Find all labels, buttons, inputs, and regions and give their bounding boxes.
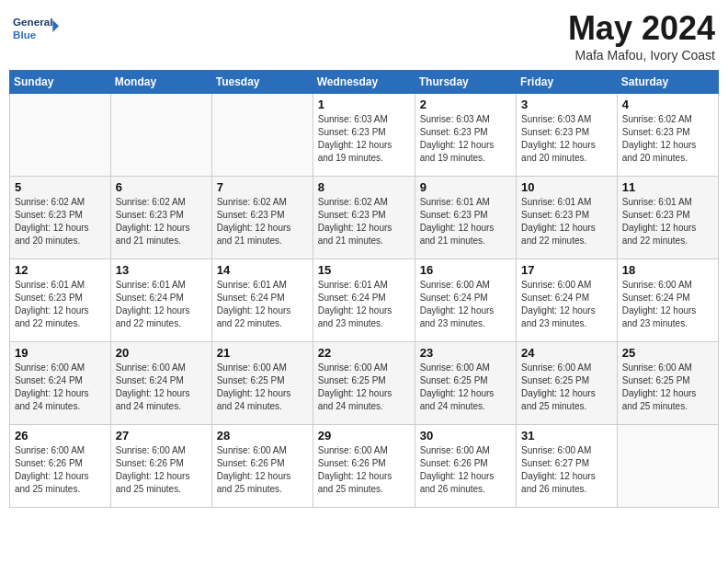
svg-marker-2 [52,20,59,32]
day-number: 13 [116,263,207,277]
calendar-cell: 29Sunrise: 6:00 AM Sunset: 6:26 PM Dayli… [313,425,415,508]
weekday-header: Wednesday [313,71,415,94]
calendar-cell: 11Sunrise: 6:01 AM Sunset: 6:23 PM Dayli… [617,177,718,259]
day-info: Sunrise: 6:00 AM Sunset: 6:24 PM Dayligh… [116,362,207,413]
page-header: General Blue May 2024 Mafa Mafou, Ivory … [9,9,719,63]
day-info: Sunrise: 6:00 AM Sunset: 6:26 PM Dayligh… [420,444,511,496]
day-info: Sunrise: 6:01 AM Sunset: 6:23 PM Dayligh… [521,196,612,247]
day-number: 30 [420,429,511,442]
calendar-cell: 10Sunrise: 6:01 AM Sunset: 6:23 PM Dayli… [517,177,618,259]
day-info: Sunrise: 6:00 AM Sunset: 6:25 PM Dayligh… [318,362,410,413]
day-number: 12 [15,263,106,277]
day-number: 18 [622,263,713,277]
weekday-header: Thursday [415,71,516,94]
weekday-header: Saturday [617,71,718,94]
calendar-cell: 27Sunrise: 6:00 AM Sunset: 6:26 PM Dayli… [110,425,211,508]
weekday-header: Friday [517,71,618,94]
calendar-cell: 13Sunrise: 6:01 AM Sunset: 6:24 PM Dayli… [110,259,211,342]
calendar-cell: 31Sunrise: 6:00 AM Sunset: 6:27 PM Dayli… [517,425,618,508]
day-info: Sunrise: 6:00 AM Sunset: 6:26 PM Dayligh… [318,444,410,496]
day-info: Sunrise: 6:00 AM Sunset: 6:24 PM Dayligh… [521,279,612,330]
calendar-week-row: 1Sunrise: 6:03 AM Sunset: 6:23 PM Daylig… [10,94,719,177]
weekday-header: Monday [110,71,211,94]
day-info: Sunrise: 6:03 AM Sunset: 6:23 PM Dayligh… [420,113,511,165]
weekday-header: Sunday [10,71,111,94]
calendar-cell: 19Sunrise: 6:00 AM Sunset: 6:24 PM Dayli… [10,342,111,425]
calendar-cell: 18Sunrise: 6:00 AM Sunset: 6:24 PM Dayli… [617,259,718,342]
svg-text:Blue: Blue [13,29,37,40]
calendar-cell [110,94,211,177]
day-number: 27 [116,429,207,442]
day-number: 21 [217,346,308,360]
day-info: Sunrise: 6:01 AM Sunset: 6:23 PM Dayligh… [622,196,713,247]
day-info: Sunrise: 6:00 AM Sunset: 6:25 PM Dayligh… [217,362,308,413]
day-info: Sunrise: 6:00 AM Sunset: 6:26 PM Dayligh… [15,444,106,496]
day-info: Sunrise: 6:02 AM Sunset: 6:23 PM Dayligh… [318,196,410,247]
day-info: Sunrise: 6:00 AM Sunset: 6:26 PM Dayligh… [217,444,308,496]
day-number: 19 [15,346,106,360]
svg-text:General: General [13,16,52,28]
calendar-cell: 22Sunrise: 6:00 AM Sunset: 6:25 PM Dayli… [313,342,415,425]
calendar-cell: 3Sunrise: 6:03 AM Sunset: 6:23 PM Daylig… [517,94,618,177]
calendar-cell: 21Sunrise: 6:00 AM Sunset: 6:25 PM Dayli… [211,342,313,425]
calendar-cell: 23Sunrise: 6:00 AM Sunset: 6:25 PM Dayli… [415,342,516,425]
calendar-cell: 14Sunrise: 6:01 AM Sunset: 6:24 PM Dayli… [211,259,313,342]
day-number: 6 [116,180,207,194]
calendar-cell: 12Sunrise: 6:01 AM Sunset: 6:23 PM Dayli… [10,259,111,342]
day-info: Sunrise: 6:01 AM Sunset: 6:23 PM Dayligh… [15,279,106,330]
day-info: Sunrise: 6:02 AM Sunset: 6:23 PM Dayligh… [116,196,207,247]
day-number: 11 [622,180,713,194]
calendar-cell: 4Sunrise: 6:02 AM Sunset: 6:23 PM Daylig… [617,94,718,177]
day-number: 5 [15,180,106,194]
day-number: 7 [217,180,308,194]
day-number: 14 [217,263,308,277]
day-number: 26 [15,429,106,442]
day-info: Sunrise: 6:00 AM Sunset: 6:24 PM Dayligh… [622,279,713,330]
calendar-cell: 24Sunrise: 6:00 AM Sunset: 6:25 PM Dayli… [517,342,618,425]
day-info: Sunrise: 6:01 AM Sunset: 6:24 PM Dayligh… [217,279,308,330]
calendar-cell: 26Sunrise: 6:00 AM Sunset: 6:26 PM Dayli… [10,425,111,508]
calendar-cell: 30Sunrise: 6:00 AM Sunset: 6:26 PM Dayli… [415,425,516,508]
day-info: Sunrise: 6:01 AM Sunset: 6:23 PM Dayligh… [420,196,511,247]
day-info: Sunrise: 6:03 AM Sunset: 6:23 PM Dayligh… [521,113,612,165]
calendar-cell: 2Sunrise: 6:03 AM Sunset: 6:23 PM Daylig… [415,94,516,177]
day-info: Sunrise: 6:02 AM Sunset: 6:23 PM Dayligh… [217,196,308,247]
calendar-cell: 25Sunrise: 6:00 AM Sunset: 6:25 PM Dayli… [617,342,718,425]
day-number: 28 [217,429,308,442]
day-number: 1 [318,98,410,111]
day-info: Sunrise: 6:01 AM Sunset: 6:24 PM Dayligh… [318,279,410,330]
calendar-cell: 8Sunrise: 6:02 AM Sunset: 6:23 PM Daylig… [313,177,415,259]
day-number: 8 [318,180,410,194]
weekday-header-row: SundayMondayTuesdayWednesdayThursdayFrid… [10,71,719,94]
title-location: Mafa Mafou, Ivory Coast [568,48,715,63]
day-number: 23 [420,346,511,360]
calendar-cell: 16Sunrise: 6:00 AM Sunset: 6:24 PM Dayli… [415,259,516,342]
day-number: 16 [420,263,511,277]
day-info: Sunrise: 6:00 AM Sunset: 6:25 PM Dayligh… [420,362,511,413]
day-info: Sunrise: 6:00 AM Sunset: 6:27 PM Dayligh… [521,444,612,496]
day-number: 17 [521,263,612,277]
day-number: 3 [521,98,612,111]
day-number: 10 [521,180,612,194]
day-number: 24 [521,346,612,360]
calendar-cell: 15Sunrise: 6:01 AM Sunset: 6:24 PM Dayli… [313,259,415,342]
day-number: 2 [420,98,511,111]
calendar-week-row: 26Sunrise: 6:00 AM Sunset: 6:26 PM Dayli… [10,425,719,508]
calendar-table: SundayMondayTuesdayWednesdayThursdayFrid… [9,70,719,508]
calendar-cell: 9Sunrise: 6:01 AM Sunset: 6:23 PM Daylig… [415,177,516,259]
title-block: May 2024 Mafa Mafou, Ivory Coast [568,9,715,63]
calendar-cell [617,425,718,508]
calendar-cell: 1Sunrise: 6:03 AM Sunset: 6:23 PM Daylig… [313,94,415,177]
calendar-week-row: 19Sunrise: 6:00 AM Sunset: 6:24 PM Dayli… [10,342,719,425]
day-number: 22 [318,346,410,360]
calendar-cell: 5Sunrise: 6:02 AM Sunset: 6:23 PM Daylig… [10,177,111,259]
calendar-cell: 28Sunrise: 6:00 AM Sunset: 6:26 PM Dayli… [211,425,313,508]
calendar-cell: 20Sunrise: 6:00 AM Sunset: 6:24 PM Dayli… [110,342,211,425]
day-info: Sunrise: 6:00 AM Sunset: 6:24 PM Dayligh… [420,279,511,330]
calendar-cell: 6Sunrise: 6:02 AM Sunset: 6:23 PM Daylig… [110,177,211,259]
day-info: Sunrise: 6:01 AM Sunset: 6:24 PM Dayligh… [116,279,207,330]
day-info: Sunrise: 6:03 AM Sunset: 6:23 PM Dayligh… [318,113,410,165]
day-number: 29 [318,429,410,442]
day-info: Sunrise: 6:00 AM Sunset: 6:25 PM Dayligh… [521,362,612,413]
day-number: 9 [420,180,511,194]
